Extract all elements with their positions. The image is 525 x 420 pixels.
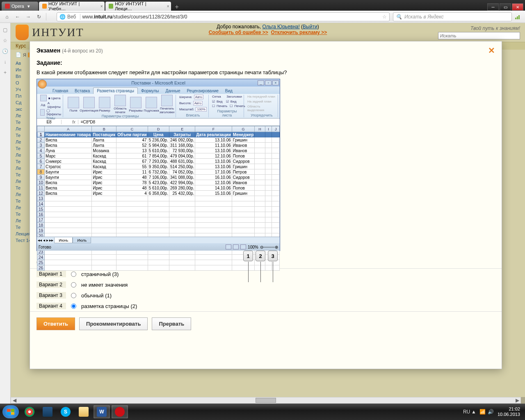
globe-icon: 🌐 (59, 14, 66, 20)
ribbon-tab: Разметка страницы (93, 87, 138, 94)
task-text: В какой режим отображения следует перейт… (37, 69, 495, 75)
answer-radio[interactable] (71, 293, 76, 298)
windows-taskbar: S W RU ▲ 📶 🔊 21:02 10.06.2013 (0, 404, 525, 420)
ribbon-body: ■ Цвета AaA Шрифты ◯ Эффекты Темы ПоляОр… (37, 94, 280, 119)
browser-tab-strip: Opera ▾ НОУ ИНТУИТ | Учебн… × НОУ ИНТУИТ… (0, 0, 525, 11)
tray-flag-icon[interactable]: ▲ (471, 409, 477, 415)
answer-option[interactable]: Вариант 4разметка страницы (2) (37, 301, 495, 311)
report-link[interactable]: Сообщить об ошибке >> (209, 30, 268, 35)
forward-icon[interactable]: → (25, 13, 32, 21)
search-input[interactable]: 🔍 Искать в Яндекс (393, 12, 512, 21)
modal-title: Экзамен (37, 47, 60, 54)
ribbon-tab: Вставка (71, 88, 93, 94)
tab-2[interactable]: НОУ ИНТУИТ | Лекци… × (105, 2, 171, 11)
minimize-button[interactable]: ─ (487, 3, 499, 11)
new-tab-button[interactable]: + (172, 3, 182, 11)
site-header: ИНТУИТ Добро пожаловать, Ольга Юрьевна! … (11, 23, 525, 42)
home-icon[interactable]: ⌂ (3, 13, 11, 21)
ribbon-tab: Вид (222, 88, 236, 94)
comment-button[interactable]: Прокомментировать (79, 317, 148, 330)
callout-markers: 1 2 3 (243, 251, 278, 261)
answer-radio[interactable] (71, 272, 76, 277)
excel-titlebar: Поставки - Microsoft Excel _▫× (37, 79, 280, 87)
answer-list: Вариант 1страничный (3)Вариант 2не имеет… (30, 268, 502, 312)
opera-icon (5, 4, 10, 9)
task-skype[interactable]: S (57, 405, 74, 418)
panel-icon[interactable]: ▢ (3, 27, 7, 33)
reload-icon[interactable]: ↻ (35, 13, 43, 21)
submit-button[interactable]: Ответить (37, 317, 75, 330)
panel-icon[interactable]: + (4, 70, 7, 75)
site-search-input[interactable] (438, 32, 520, 39)
bookmark-icon[interactable]: ☆ (382, 14, 387, 20)
close-icon[interactable]: × (100, 4, 103, 9)
excel-screenshot: Поставки - Microsoft Excel _▫× ГлавнаяВс… (37, 79, 280, 251)
ribbon-tab: Рецензирование (184, 88, 222, 94)
task-chrome[interactable] (21, 405, 38, 418)
panel-icon[interactable]: 🕓 (2, 48, 8, 54)
view-layout-icon (233, 244, 239, 249)
favicon-icon (42, 4, 47, 9)
answer-option[interactable]: Вариант 2не имеет значения (37, 279, 495, 290)
formula-bar: E8 fx =C8*D8 (37, 119, 280, 126)
logout-link[interactable]: Выйти (303, 24, 317, 30)
exam-modal: Экзамен (4-й вопрос из 20) ✕ Задание: В … (30, 41, 502, 369)
ads-off-link[interactable]: Отключить рекламу >> (271, 30, 327, 35)
back-icon[interactable]: ← (14, 13, 21, 21)
ribbon-tabs: ГлавнаяВставкаРазметка страницыФормулыДа… (37, 87, 280, 94)
opera-side-panel: ▢ ☆ 🕓 ↓ + (0, 23, 11, 404)
clock[interactable]: 21:02 10.06.2013 (498, 406, 523, 417)
task-explorer[interactable] (75, 405, 92, 418)
maximize-button[interactable]: ▭ (500, 3, 511, 11)
tray-lang[interactable]: RU (463, 409, 469, 415)
task-word[interactable]: W (94, 405, 110, 418)
tray-network-icon[interactable]: 📶 (479, 409, 485, 415)
ribbon-tab: Главная (49, 88, 71, 94)
horizontal-scrollbar[interactable]: ◀▶ (11, 397, 521, 404)
modal-subtitle: (4-й вопрос из 20) (62, 48, 103, 54)
abort-button[interactable]: Прервать (152, 317, 191, 330)
close-icon[interactable]: × (167, 4, 169, 9)
task-opera[interactable] (112, 405, 128, 418)
username-link[interactable]: Ольга Юрьевна! (262, 24, 299, 30)
ribbon-tab: Формулы (138, 88, 162, 94)
panel-icon[interactable]: ☆ (3, 38, 7, 43)
view-normal-icon (226, 244, 231, 249)
logo-icon (16, 25, 29, 40)
start-button[interactable] (2, 405, 19, 418)
answer-option[interactable]: Вариант 3обычный (1) (37, 290, 495, 301)
slogan: Твой путь к знаниям! (438, 25, 520, 31)
browser-toolbar: ⌂ ← → ↻ 🌐Веб www.intuit.ru/studies/cours… (0, 11, 525, 23)
answer-radio[interactable] (71, 304, 76, 309)
logo-text[interactable]: ИНТУИТ (32, 26, 84, 39)
ribbon-tab: Данные (162, 88, 183, 94)
favicon-icon (109, 4, 114, 9)
office-button-icon (38, 80, 47, 89)
view-pagebreak-icon (240, 244, 246, 249)
answer-radio[interactable] (71, 282, 76, 288)
close-button[interactable]: ✕ (512, 3, 523, 11)
tray-sound-icon[interactable]: 🔊 (488, 409, 493, 415)
address-bar[interactable]: 🌐Веб www.intuit.ru/studies/courses/1128/… (57, 12, 390, 21)
modal-close-button[interactable]: ✕ (488, 46, 495, 55)
opera-menu-tab[interactable]: Opera ▾ (2, 2, 38, 11)
window-controls: ─ ▭ ✕ (487, 3, 523, 11)
task-app[interactable] (39, 405, 56, 418)
panel-icon[interactable]: ↓ (4, 59, 7, 65)
tab-1[interactable]: НОУ ИНТУИТ | Учебн… × (39, 2, 105, 11)
task-heading: Задание: (37, 59, 495, 66)
signal-icon (515, 14, 522, 19)
search-icon: 🔍 (396, 14, 402, 20)
